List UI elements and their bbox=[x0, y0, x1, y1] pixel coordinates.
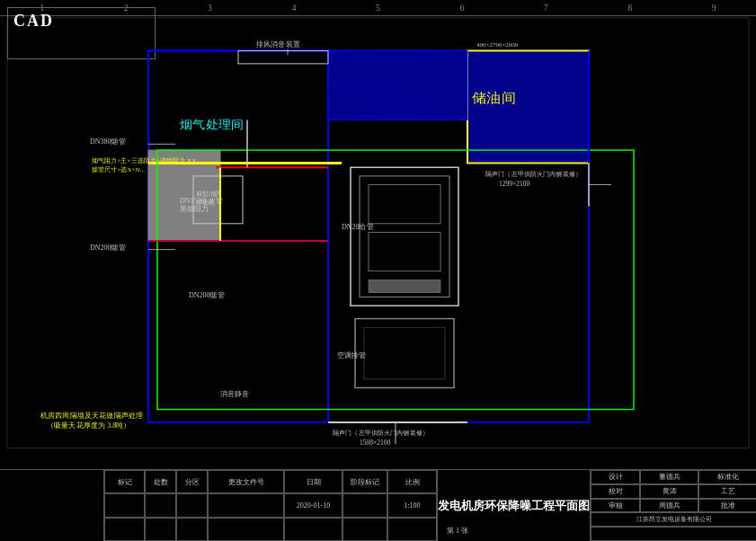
header-mark: 标记 bbox=[104, 470, 145, 493]
svg-rect-33 bbox=[364, 327, 445, 379]
company-name: 江苏昂立发电设备有限公司 bbox=[591, 512, 756, 527]
revision-table: 标记 处数 分区 更改文件号 日期 阶段标记 比例 2020-01-10 1:1… bbox=[104, 470, 438, 541]
svg-text:厢型消防: 厢型消防 bbox=[196, 191, 222, 197]
bottom-strip: 标记 处数 分区 更改文件号 日期 阶段标记 比例 2020-01-10 1:1… bbox=[0, 469, 756, 541]
bottom-left-note bbox=[0, 470, 104, 541]
svg-text:1299×2100: 1299×2100 bbox=[499, 181, 529, 189]
svg-text:400×2700×2000: 400×2700×2000 bbox=[476, 41, 519, 48]
svg-text:机房四周隔墙及天花做隔声处理: 机房四周隔墙及天花做隔声处理 bbox=[40, 412, 143, 420]
svg-text:接管尺寸×选X+N...: 接管尺寸×选X+N... bbox=[92, 166, 145, 173]
header-phase: 阶段标记 bbox=[342, 470, 387, 493]
svg-text:（吸量天花厚度为 3.8吨）: （吸量天花厚度为 3.8吨） bbox=[47, 421, 131, 430]
svg-rect-3 bbox=[467, 50, 589, 163]
scale-value: 1:100 bbox=[387, 493, 437, 517]
svg-rect-30 bbox=[369, 232, 440, 270]
svg-text:黑烟阻力: 黑烟阻力 bbox=[180, 205, 209, 213]
header-date: 日期 bbox=[284, 470, 342, 493]
svg-text:1508×2100: 1508×2100 bbox=[360, 439, 390, 447]
main-title: 发电机房环保降噪工程平面图 bbox=[438, 498, 590, 514]
page-number: 第 1 张 bbox=[447, 526, 468, 536]
svg-text:烟气阻力×主×三选阻力×进烟阻力 XX: 烟气阻力×主×三选阻力×进烟阻力 XX bbox=[92, 158, 196, 164]
svg-rect-29 bbox=[369, 185, 440, 224]
svg-text:DN200烟管: DN200烟管 bbox=[189, 291, 225, 299]
staff-table: 设计 董德兵 标准化 校对 黄涛 工艺 审核 周德兵 批准 江苏昂立发电设备有限… bbox=[590, 470, 756, 541]
svg-text:烟气处理间: 烟气处理间 bbox=[180, 118, 244, 131]
header-fileno: 更改文件号 bbox=[208, 470, 284, 493]
svg-text:排风消音装置: 排风消音装置 bbox=[256, 40, 300, 49]
svg-text:隔声门（左甲供防火门内侧装修）: 隔声门（左甲供防火门内侧装修） bbox=[333, 430, 429, 438]
svg-text:消音静音: 消音静音 bbox=[220, 390, 250, 398]
svg-text:DN200烟管: DN200烟管 bbox=[90, 244, 126, 252]
svg-text:储油间: 储油间 bbox=[472, 90, 516, 105]
svg-text:隔声门（左甲供防火门内侧装修）: 隔声门（左甲供防火门内侧装修） bbox=[485, 170, 582, 178]
date-value: 2020-01-10 bbox=[284, 493, 342, 517]
main-title-area: 发电机房环保降噪工程平面图 第 1 张 bbox=[438, 470, 590, 541]
svg-rect-32 bbox=[355, 319, 454, 388]
svg-text:空调排管: 空调排管 bbox=[337, 351, 367, 359]
svg-rect-28 bbox=[360, 176, 449, 297]
header-count: 处数 bbox=[145, 470, 176, 493]
header-zone: 分区 bbox=[176, 470, 208, 493]
svg-text:DN20给管: DN20给管 bbox=[342, 223, 374, 231]
drawing-svg: 烟气处理间 储油间 bbox=[0, 16, 756, 467]
svg-rect-31 bbox=[369, 279, 440, 292]
svg-text:DN380烟管: DN380烟管 bbox=[90, 137, 126, 146]
header-scale: 比例 bbox=[387, 470, 437, 493]
svg-rect-57 bbox=[238, 50, 328, 63]
svg-text:排烟机: 排烟机 bbox=[196, 200, 215, 206]
cad-container: 1 2 3 4 5 6 7 8 9 CAD 烟气处理间 储油间 bbox=[0, 0, 756, 541]
